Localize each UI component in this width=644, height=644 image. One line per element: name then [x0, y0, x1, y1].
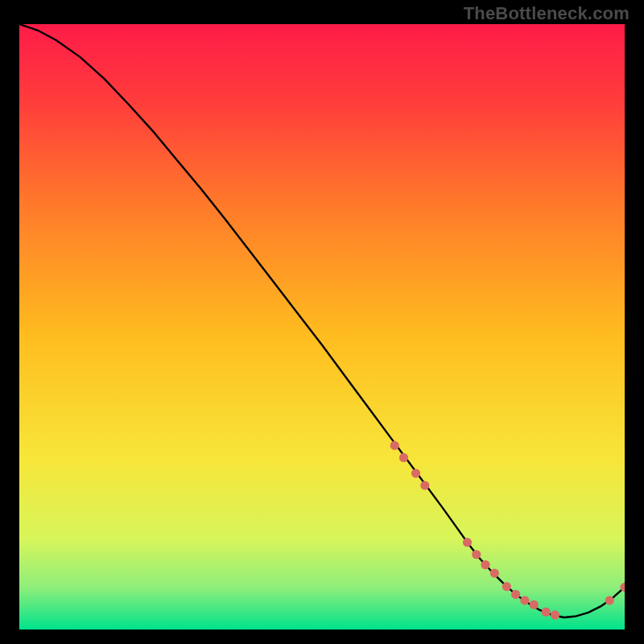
highlight-marker — [530, 601, 539, 609]
highlight-marker — [511, 590, 520, 599]
plot-svg — [19, 24, 625, 630]
chart-stage: TheBottleneck.com — [0, 0, 644, 644]
highlight-marker — [542, 608, 551, 617]
highlight-marker — [551, 610, 559, 619]
highlight-marker — [463, 538, 472, 547]
gradient-background — [19, 24, 625, 630]
highlight-marker — [390, 441, 399, 450]
highlight-marker — [472, 550, 481, 559]
highlight-marker — [411, 469, 420, 477]
watermark-text: TheBottleneck.com — [464, 3, 630, 24]
highlight-marker — [481, 560, 489, 569]
highlight-marker — [520, 596, 529, 605]
highlight-marker — [399, 453, 408, 462]
highlight-marker — [605, 596, 614, 605]
highlight-marker — [502, 582, 511, 591]
highlight-marker — [490, 568, 499, 577]
plot-area — [19, 24, 625, 630]
highlight-marker — [420, 481, 429, 489]
